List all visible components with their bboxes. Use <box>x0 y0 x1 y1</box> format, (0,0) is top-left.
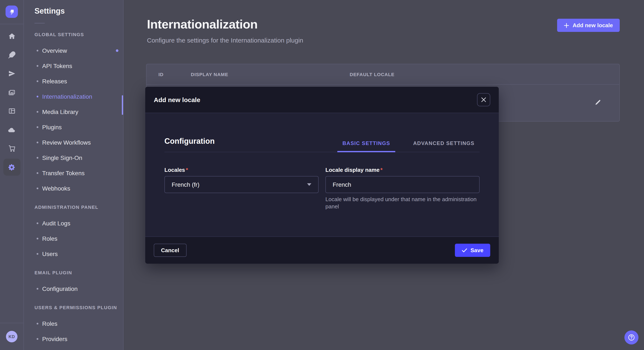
locales-label: Locales <box>164 167 318 173</box>
save-button[interactable]: Save <box>455 244 490 257</box>
chevron-down-icon <box>307 183 311 186</box>
configuration-title: Configuration <box>164 137 215 152</box>
modal-title: Add new locale <box>154 96 200 103</box>
display-name-helper-text: Locale will be displayed under that name… <box>326 196 480 210</box>
display-name-input[interactable] <box>333 181 472 188</box>
display-name-input-wrap <box>326 176 480 193</box>
strapi-admin: KD Settings GLOBAL SETTINGSOverviewAPI T… <box>0 0 644 350</box>
save-label: Save <box>470 247 484 253</box>
locales-field: Locales French (fr) <box>164 167 318 210</box>
check-icon <box>462 247 467 253</box>
cancel-button[interactable]: Cancel <box>154 244 186 257</box>
modal-footer: Cancel Save <box>145 236 499 264</box>
locales-select[interactable]: French (fr) <box>164 176 318 193</box>
modal-body: Configuration BASIC SETTINGS ADVANCED SE… <box>145 113 499 236</box>
modal-header: Add new locale <box>145 87 499 113</box>
display-name-label: Locale display name <box>326 167 480 173</box>
locales-select-value: French (fr) <box>172 181 200 188</box>
locale-fields: Locales French (fr) Locale display name … <box>164 167 480 210</box>
close-icon <box>481 97 486 102</box>
modal-close-button[interactable] <box>477 93 490 106</box>
configuration-header-row: Configuration BASIC SETTINGS ADVANCED SE… <box>164 113 480 152</box>
add-locale-modal: Add new locale Configuration BASIC SETTI… <box>145 87 499 264</box>
display-name-field: Locale display name Locale will be displ… <box>326 167 480 210</box>
tab-advanced-settings[interactable]: ADVANCED SETTINGS <box>408 140 480 152</box>
tab-basic-settings[interactable]: BASIC SETTINGS <box>337 140 395 152</box>
settings-tabs: BASIC SETTINGS ADVANCED SETTINGS <box>337 140 480 152</box>
